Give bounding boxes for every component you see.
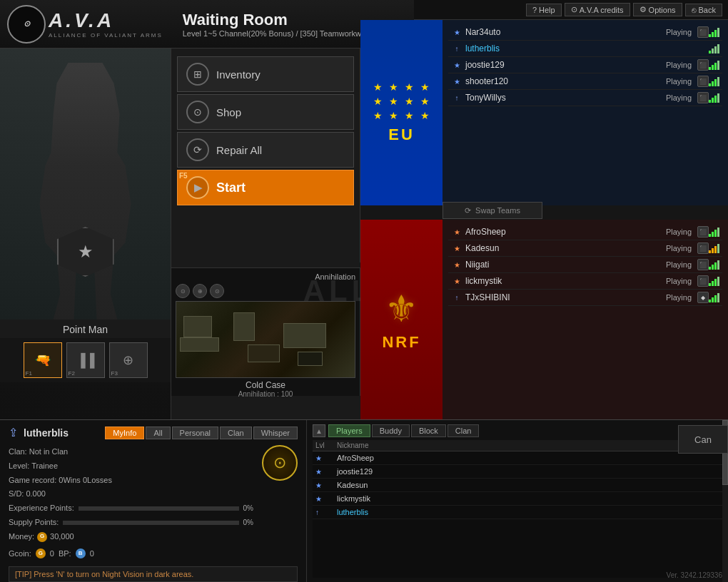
player-status: Playing	[666, 77, 692, 86]
stats-left: Clan: Not in Clan Level: Trainee Game re…	[9, 445, 253, 561]
eu-star: ★	[372, 81, 385, 93]
player-status: Playing	[666, 277, 692, 285]
signal-icon	[709, 44, 719, 53]
player-name: lickmystik	[465, 276, 666, 286]
back-button[interactable]: ⎋ Back	[685, 4, 722, 16]
scope-icon: ⊕	[123, 352, 133, 368]
rank-icon: ↑	[451, 92, 462, 103]
player-header: ⇪ lutherblis MyInfo All Personal Clan Wh…	[9, 426, 298, 439]
eu-star: ★	[372, 110, 385, 121]
player-status: Playing	[666, 28, 692, 36]
player-tabs: Players Buddy Block Clan	[328, 424, 707, 437]
map-detail: Annihilation : 100	[176, 390, 355, 398]
map-icon-1: ⊙	[176, 284, 190, 298]
nrf-player-row: ★ AfroSheep Playing ⬛	[448, 224, 722, 240]
player-list-name: joostie129	[337, 467, 719, 476]
player-icon: ⇪	[9, 426, 18, 439]
gear-icon: ⚙	[639, 5, 647, 14]
block-tab[interactable]: Block	[411, 424, 446, 437]
inventory-icon: ⊞	[186, 63, 209, 86]
sd-info: S/D: 0.000	[9, 487, 253, 501]
character-panel: ★ Point Man 🔫 F1 ▐▐ F2 ⊕ F3	[0, 48, 171, 419]
weapon-slot-2[interactable]: ▐▐ F2	[66, 342, 105, 378]
eu-player-row: ★ joostie129 Playing ⬛	[448, 57, 722, 73]
info-tab-myinfo[interactable]: MyInfo	[105, 427, 144, 439]
can-button[interactable]: Can	[678, 425, 728, 454]
map-mode-label: Annihilation	[176, 272, 355, 281]
playing-icon: ⬛	[697, 76, 709, 87]
weapon-slot-3[interactable]: ⊕ F3	[109, 342, 148, 378]
player-list-item: ★ AfroSheep	[313, 451, 722, 465]
tip-text: [TIP] Press 'N' to turn on Night Vision …	[9, 566, 298, 582]
supply-row: Supply Points: 0%	[9, 516, 253, 530]
clan-tab[interactable]: Clan	[448, 424, 480, 437]
swap-teams-button[interactable]: ⟳ Swap Teams	[443, 202, 542, 219]
eu-star: ★	[403, 110, 416, 121]
weapon-slot-1[interactable]: 🔫 F1	[24, 342, 62, 378]
signal-icon	[709, 243, 719, 253]
teams-area: ★ ★ ★ ★ ★ ★ ★ ★ ★ ★ ★ ★ EU ★ Nar34uto Pl…	[360, 20, 728, 419]
playing-icon: ⬛	[697, 242, 709, 254]
playing-icon: ⬛	[697, 259, 709, 270]
playing-icon: ⬛	[697, 92, 709, 103]
map-icon-2: ⊕	[193, 284, 207, 298]
info-tab-all[interactable]: All	[146, 427, 170, 439]
player-list-item: ★ joostie129	[313, 465, 722, 479]
eu-players-list: ★ Nar34uto Playing ⬛ ↑ lutherblis	[443, 20, 728, 205]
rank-icon: ↑	[451, 292, 462, 303]
level-info: Level: Trainee	[9, 459, 253, 474]
exp-row: Experience Points: 0%	[9, 501, 253, 516]
logo-circle: ⊙	[7, 5, 46, 44]
rank-icon: ★	[451, 275, 462, 287]
signal-icon	[709, 93, 719, 103]
back-icon: ⎋	[692, 6, 697, 14]
player-name-highlight: lutherblis	[465, 44, 703, 53]
inventory-button[interactable]: ⊞ Inventory	[177, 56, 354, 92]
collapse-button[interactable]: ▲	[313, 424, 325, 437]
player-list-name: lickmystik	[337, 494, 719, 503]
eu-star: ★	[388, 96, 400, 107]
eu-player-row: ★ Nar34uto Playing ⬛	[448, 24, 722, 41]
eu-star: ★	[388, 110, 400, 121]
rank-star-icon: ★	[315, 454, 322, 462]
info-tabs: MyInfo All Personal Clan Whisper	[105, 427, 298, 439]
nrf-team-label: NRF	[382, 333, 420, 352]
shop-button[interactable]: ⊙ Shop	[177, 94, 354, 130]
eu-star: ★	[403, 96, 416, 107]
players-tab[interactable]: Players	[328, 424, 370, 437]
player-name: TJxSHIBINI	[465, 292, 666, 302]
bottom-actions: [TIP] Press 'N' to turn on Night Vision …	[9, 563, 298, 582]
eu-star: ★	[372, 96, 385, 107]
logo-area: ⊙ A.V.A ALLIANCE OF VALIANT ARMS	[7, 5, 163, 44]
options-button[interactable]: ⚙ Options	[633, 3, 682, 16]
eu-star: ★	[419, 81, 432, 93]
start-button[interactable]: F5 ▶ Start	[177, 170, 354, 205]
credits-icon: ⊙	[571, 5, 577, 14]
player-list-name: Kadesun	[337, 481, 719, 489]
info-tab-personal[interactable]: Personal	[172, 427, 218, 439]
player-name: joostie129	[465, 60, 666, 70]
eu-star: ★	[388, 81, 400, 93]
eu-team-label: EU	[388, 126, 415, 144]
map-icons: ⊙ ⊕ ⊙	[176, 284, 355, 298]
repair-button[interactable]: ⟳ Repair All	[177, 132, 354, 168]
swap-icon: ⟳	[465, 206, 471, 215]
menu-panel: ⊞ Inventory ⊙ Shop ⟳ Repair All F5 ▶ Sta…	[171, 48, 360, 262]
map-name: Cold Case	[176, 380, 355, 390]
rank-icon: ★	[451, 226, 462, 238]
logo-text: A.V.A ALLIANCE OF VALIANT ARMS	[49, 9, 163, 39]
eu-player-row: ↑ TonyWillys Playing ⬛	[448, 90, 722, 106]
signal-icon	[709, 260, 719, 270]
player-list-item: ↑ lutherblis	[313, 506, 722, 519]
info-tab-clan[interactable]: Clan	[220, 427, 252, 439]
credits-button[interactable]: ⊙ A.V.A credits	[565, 3, 630, 16]
bp-separator: BP:	[59, 547, 71, 561]
buddy-tab[interactable]: Buddy	[372, 424, 410, 437]
help-button[interactable]: ? Help	[526, 4, 562, 16]
playing-icon: ◆	[697, 292, 709, 303]
weapon-icon: 🔫	[35, 352, 51, 368]
info-tab-whisper[interactable]: Whisper	[253, 427, 298, 439]
player-name: shooter120	[465, 76, 666, 86]
money-icon: G	[37, 532, 47, 542]
rank-arrow-icon: ↑	[315, 509, 319, 516]
